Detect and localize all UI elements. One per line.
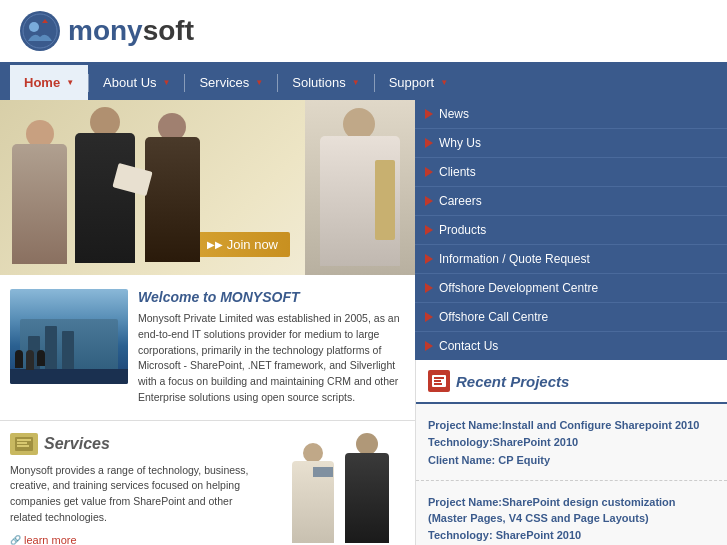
recent-projects-title: Recent Projects	[456, 373, 569, 390]
menu-arrow-clients-icon	[425, 167, 433, 177]
learn-more-icon: 🔗	[10, 535, 21, 545]
project-1-technology: Technology:SharePoint 2010	[428, 436, 715, 448]
learn-more-label: learn more	[24, 534, 77, 546]
menu-item-why-us[interactable]: Why Us	[415, 129, 727, 158]
menu-arrow-careers-icon	[425, 196, 433, 206]
services-body: Monysoft provides a range of technology,…	[10, 463, 267, 526]
recent-projects-panel: Recent Projects Project Name:Install and…	[415, 360, 727, 545]
welcome-text: Welcome to MONYSOFT Monysoft Private Lim…	[138, 289, 405, 406]
nav-solutions-label: Solutions	[292, 75, 345, 90]
menu-label-offshore-call: Offshore Call Centre	[439, 310, 548, 324]
menu-label-clients: Clients	[439, 165, 476, 179]
right-column: News Why Us Clients Careers Products Inf…	[415, 100, 727, 545]
menu-item-careers[interactable]: Careers	[415, 187, 727, 216]
services-title: Services	[10, 433, 267, 455]
project-2-technology: Technology: SharePoint 2010	[428, 529, 715, 541]
menu-arrow-news-icon	[425, 109, 433, 119]
svg-point-1	[29, 22, 39, 32]
nav-solutions-arrow-icon: ▼	[352, 78, 360, 87]
menu-item-quote[interactable]: Information / Quote Request	[415, 245, 727, 274]
logo-icon	[20, 11, 60, 51]
nav-about-label: About Us	[103, 75, 156, 90]
menu-arrow-quote-icon	[425, 254, 433, 264]
project-item-1: Project Name:Install and Configure Share…	[416, 404, 727, 481]
welcome-title: Welcome to MONYSOFT	[138, 289, 405, 305]
hero-people	[0, 105, 210, 275]
recent-projects-header: Recent Projects	[416, 360, 727, 404]
services-people-image	[275, 433, 405, 546]
nav-home[interactable]: Home ▼	[10, 65, 88, 100]
project-1-client: Client Name: CP Equity	[428, 454, 715, 466]
main-content: ▶▶ Join now Welcome to MON	[0, 100, 727, 545]
nav-about-arrow-icon: ▼	[163, 78, 171, 87]
menu-label-careers: Careers	[439, 194, 482, 208]
logo-area: monysoft	[0, 1, 214, 61]
menu-item-clients[interactable]: Clients	[415, 158, 727, 187]
menu-item-news[interactable]: News	[415, 100, 727, 129]
menu-label-offshore-dev: Offshore Development Centre	[439, 281, 598, 295]
menu-item-products[interactable]: Products	[415, 216, 727, 245]
menu-label-products: Products	[439, 223, 486, 237]
welcome-body: Monysoft Private Limited was established…	[138, 311, 405, 406]
project-2-name: Project Name:SharePoint design customiza…	[428, 495, 715, 526]
dropdown-menu: News Why Us Clients Careers Products Inf…	[415, 100, 727, 360]
menu-label-news: News	[439, 107, 469, 121]
menu-label-contact: Contact Us	[439, 339, 498, 353]
nav-home-label: Home	[24, 75, 60, 90]
recent-projects-icon	[428, 370, 450, 392]
project-1-name: Project Name:Install and Configure Share…	[428, 418, 715, 433]
nav-services[interactable]: Services ▼	[185, 65, 277, 100]
svg-point-0	[23, 14, 57, 48]
person-2	[65, 107, 145, 275]
services-icon	[10, 433, 38, 455]
nav-about[interactable]: About Us ▼	[89, 65, 184, 100]
nav-support[interactable]: Support ▼	[375, 65, 462, 100]
menu-item-offshore-dev[interactable]: Offshore Development Centre	[415, 274, 727, 303]
menu-arrow-products-icon	[425, 225, 433, 235]
nav-support-arrow-icon: ▼	[440, 78, 448, 87]
project-item-2: Project Name:SharePoint design customiza…	[416, 481, 727, 545]
hero-section: ▶▶ Join now	[0, 100, 415, 275]
menu-arrow-offshore-call-icon	[425, 312, 433, 322]
nav-support-label: Support	[389, 75, 435, 90]
menu-label-quote: Information / Quote Request	[439, 252, 590, 266]
header: monysoft	[0, 0, 727, 65]
menu-arrow-contact-icon	[425, 341, 433, 351]
menu-item-contact[interactable]: Contact Us	[415, 332, 727, 360]
learn-more-link[interactable]: 🔗 learn more	[10, 534, 267, 546]
nav-solutions[interactable]: Solutions ▼	[278, 65, 373, 100]
logo-text: monysoft	[68, 15, 194, 47]
welcome-section: Welcome to MONYSOFT Monysoft Private Lim…	[0, 275, 415, 421]
services-section: Services Monysoft provides a range of te…	[0, 421, 415, 546]
nav-services-arrow-icon: ▼	[255, 78, 263, 87]
welcome-image	[10, 289, 128, 384]
join-now-label: Join now	[227, 237, 278, 252]
hero-right-person	[305, 100, 415, 275]
menu-arrow-offshore-dev-icon	[425, 283, 433, 293]
left-panels: ▶▶ Join now Welcome to MON	[0, 100, 415, 545]
navbar: Home ▼ About Us ▼ Services ▼ Solutions ▼…	[0, 65, 727, 100]
services-content: Services Monysoft provides a range of te…	[10, 433, 267, 546]
menu-arrow-whyus-icon	[425, 138, 433, 148]
nav-services-label: Services	[199, 75, 249, 90]
menu-label-whyus: Why Us	[439, 136, 481, 150]
menu-item-offshore-call[interactable]: Offshore Call Centre	[415, 303, 727, 332]
nav-home-arrow-icon: ▼	[66, 78, 74, 87]
